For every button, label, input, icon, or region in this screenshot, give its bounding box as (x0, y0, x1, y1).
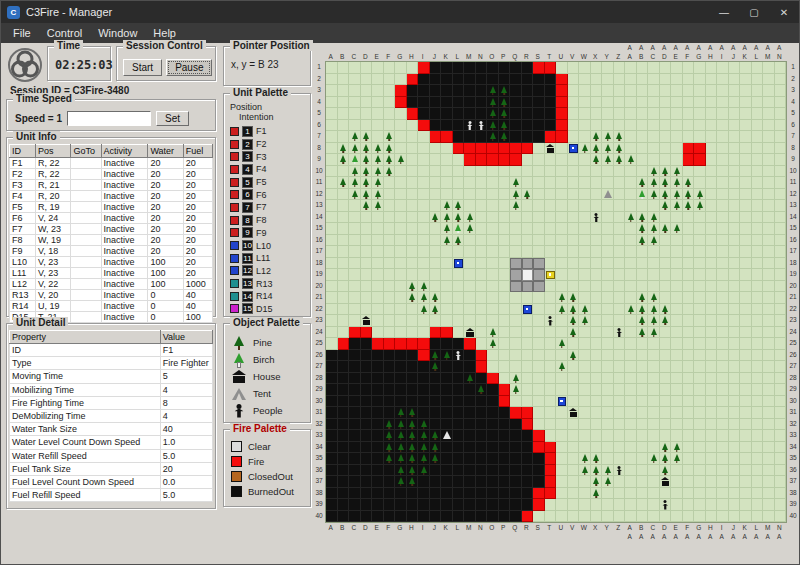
pine-icon[interactable] (648, 327, 660, 339)
map-cell[interactable] (775, 350, 787, 362)
map-cell[interactable] (729, 338, 741, 350)
map-cell[interactable] (694, 476, 706, 488)
map-cell[interactable] (683, 407, 695, 419)
map-cell[interactable] (395, 177, 407, 189)
map-cell[interactable] (579, 212, 591, 224)
pine-icon[interactable] (395, 407, 407, 419)
map-cell[interactable] (361, 120, 373, 132)
map-cell[interactable] (522, 327, 534, 339)
map-cell[interactable] (763, 384, 775, 396)
burned-cell[interactable] (510, 511, 522, 523)
fire-cell[interactable] (464, 143, 476, 155)
burned-cell[interactable] (522, 97, 534, 109)
map-cell[interactable] (326, 327, 338, 339)
pine-icon[interactable] (464, 373, 476, 385)
map-cell[interactable] (648, 499, 660, 511)
map-cell[interactable] (579, 189, 591, 201)
compound-cell[interactable] (533, 269, 545, 281)
map-cell[interactable] (453, 166, 465, 178)
map-cell[interactable] (683, 350, 695, 362)
map-cell[interactable] (441, 292, 453, 304)
map-cell[interactable] (533, 338, 545, 350)
fire-cell[interactable] (545, 488, 557, 500)
map-cell[interactable] (717, 488, 729, 500)
map-cell[interactable] (499, 361, 511, 373)
map-cell[interactable] (407, 166, 419, 178)
pine-icon[interactable] (499, 85, 511, 97)
map-cell[interactable] (579, 97, 591, 109)
pine-icon[interactable] (568, 327, 580, 339)
burned-cell[interactable] (395, 361, 407, 373)
map-cell[interactable] (591, 384, 603, 396)
pine-icon[interactable] (694, 200, 706, 212)
map-cell[interactable] (522, 212, 534, 224)
map-cell[interactable] (694, 212, 706, 224)
map-cell[interactable] (326, 177, 338, 189)
map-cell[interactable] (441, 143, 453, 155)
unit-palette-item-l11[interactable]: 11L11 (230, 252, 306, 265)
map-cell[interactable] (556, 143, 568, 155)
map-cell[interactable] (683, 85, 695, 97)
map-cell[interactable] (694, 223, 706, 235)
map-cell[interactable] (660, 338, 672, 350)
map-cell[interactable] (729, 442, 741, 454)
map-cell[interactable] (453, 189, 465, 201)
map-cell[interactable] (775, 373, 787, 385)
burned-cell[interactable] (361, 430, 373, 442)
map-cell[interactable] (671, 292, 683, 304)
map-cell[interactable] (384, 315, 396, 327)
burned-cell[interactable] (499, 407, 511, 419)
map-cell[interactable] (579, 373, 591, 385)
map-cell[interactable] (625, 223, 637, 235)
map-cell[interactable] (671, 74, 683, 86)
pine-icon[interactable] (418, 465, 430, 477)
map-cell[interactable] (476, 189, 488, 201)
fire-palette-item-fire[interactable]: Fire (231, 454, 306, 469)
map-cell[interactable] (510, 327, 522, 339)
map-cell[interactable] (418, 200, 430, 212)
map-cell[interactable] (660, 350, 672, 362)
fire-cell[interactable] (407, 108, 419, 120)
burned-cell[interactable] (430, 499, 442, 511)
map-cell[interactable] (361, 304, 373, 316)
map-cell[interactable] (775, 120, 787, 132)
fire-cell[interactable] (556, 97, 568, 109)
burned-cell[interactable] (476, 499, 488, 511)
map-cell[interactable] (660, 258, 672, 270)
fire-cell[interactable] (533, 499, 545, 511)
map-cell[interactable] (717, 189, 729, 201)
map-cell[interactable] (579, 338, 591, 350)
map-cell[interactable] (510, 235, 522, 247)
pine-icon[interactable] (637, 235, 649, 247)
map-cell[interactable] (717, 143, 729, 155)
compound-cell[interactable] (533, 281, 545, 293)
maximize-icon[interactable]: ▢ (739, 1, 769, 23)
map-cell[interactable] (326, 246, 338, 258)
map-cell[interactable] (591, 511, 603, 523)
map-cell[interactable] (372, 304, 384, 316)
burned-cell[interactable] (361, 407, 373, 419)
map-cell[interactable] (430, 166, 442, 178)
map-cell[interactable] (533, 143, 545, 155)
burned-cell[interactable] (338, 430, 350, 442)
map-cell[interactable] (637, 442, 649, 454)
table-row[interactable]: R13V, 20Inactive040 (10, 290, 213, 301)
map-cell[interactable] (694, 74, 706, 86)
fire-cell[interactable] (556, 120, 568, 132)
burned-cell[interactable] (522, 499, 534, 511)
fire-cell[interactable] (395, 338, 407, 350)
map-cell[interactable] (464, 315, 476, 327)
map-cell[interactable] (614, 488, 626, 500)
burned-cell[interactable] (441, 419, 453, 431)
pine-icon[interactable] (464, 212, 476, 224)
map-cell[interactable] (740, 120, 752, 132)
map-cell[interactable] (740, 373, 752, 385)
map-cell[interactable] (637, 281, 649, 293)
map-cell[interactable] (430, 189, 442, 201)
map-cell[interactable] (395, 200, 407, 212)
map-cell[interactable] (763, 476, 775, 488)
map-cell[interactable] (556, 476, 568, 488)
map-cell[interactable] (591, 442, 603, 454)
burned-cell[interactable] (395, 488, 407, 500)
burned-cell[interactable] (545, 108, 557, 120)
